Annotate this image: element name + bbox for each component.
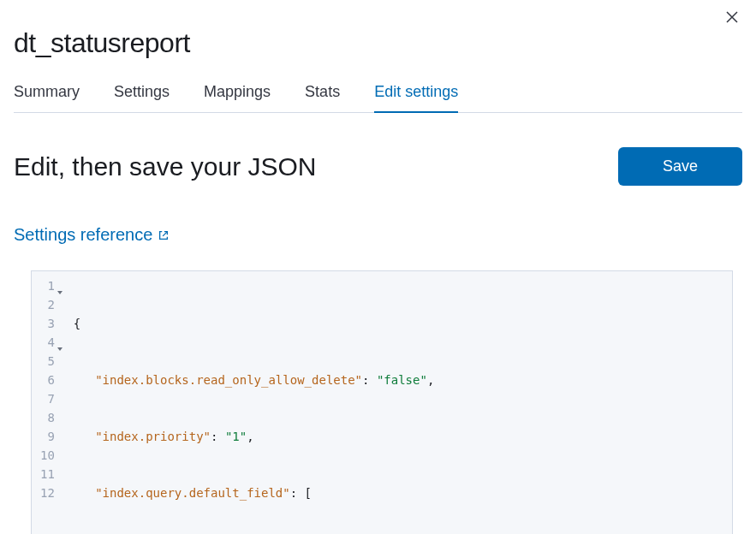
tab-edit-settings[interactable]: Edit settings	[374, 83, 458, 113]
tabs: Summary Settings Mappings Stats Edit set…	[14, 83, 742, 113]
settings-reference-link[interactable]: Settings reference	[14, 225, 170, 245]
tab-mappings[interactable]: Mappings	[204, 83, 271, 113]
edit-heading: Edit, then save your JSON	[14, 152, 317, 181]
fold-icon[interactable]	[57, 339, 63, 346]
editor-gutter: 1 2 3 4 5 6 7 8 9 10 11 12	[32, 271, 68, 534]
close-button[interactable]	[723, 9, 741, 26]
tab-stats[interactable]: Stats	[305, 83, 340, 113]
page-title: dt_statusreport	[14, 27, 742, 59]
fold-icon[interactable]	[57, 282, 63, 289]
tab-settings[interactable]: Settings	[114, 83, 170, 113]
save-button[interactable]: Save	[618, 147, 742, 186]
json-editor[interactable]: 1 2 3 4 5 6 7 8 9 10 11 12 { "index.bloc…	[31, 270, 733, 534]
editor-code[interactable]: { "index.blocks.read_only_allow_delete":…	[68, 271, 732, 534]
tab-summary[interactable]: Summary	[14, 83, 80, 113]
close-icon	[725, 10, 739, 24]
external-link-icon	[158, 229, 170, 241]
settings-reference-label: Settings reference	[14, 225, 152, 245]
